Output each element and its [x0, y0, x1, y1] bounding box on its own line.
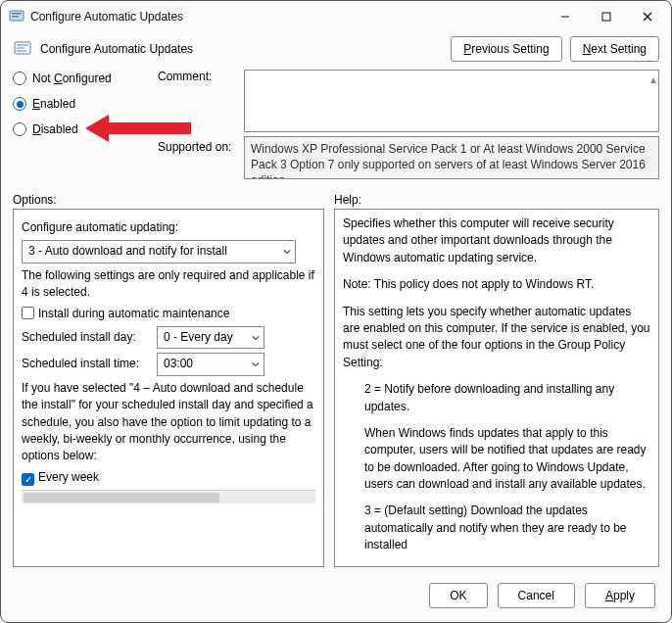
chevron-down-icon [283, 248, 291, 256]
svg-rect-2 [12, 16, 19, 18]
help-label: Help: [334, 193, 361, 207]
radio-icon [13, 72, 26, 85]
help-text: Specifies whether this computer will rec… [343, 216, 650, 266]
options-heading: Configure automatic updating: [22, 219, 315, 236]
help-text: Note: This policy does not apply to Wind… [343, 276, 650, 293]
install-day-label: Scheduled install day: [22, 329, 149, 346]
radio-disabled[interactable]: Disabled [13, 122, 150, 136]
radio-icon [13, 122, 26, 136]
install-day-dropdown[interactable]: 0 - Every day [157, 326, 264, 349]
close-button[interactable] [628, 3, 667, 30]
supported-on-text: Windows XP Professional Service Pack 1 o… [244, 136, 659, 179]
radio-enabled[interactable]: Enabled [13, 97, 150, 111]
policy-icon [13, 39, 32, 59]
comment-textarea[interactable]: ▴ [244, 70, 659, 132]
svg-rect-9 [17, 47, 24, 49]
install-maintenance-checkbox[interactable]: Install during automatic maintenance [22, 306, 315, 322]
chevron-down-icon [252, 334, 260, 342]
svg-rect-1 [12, 13, 22, 15]
help-text: When Windows finds updates that apply to… [343, 425, 650, 494]
checkbox-icon [22, 473, 34, 486]
help-text: 2 = Notify before downloading and instal… [343, 381, 650, 415]
window-title: Configure Automatic Updates [30, 10, 546, 24]
next-setting-button[interactable]: Next Setting [570, 36, 659, 62]
update-mode-value: 3 - Auto download and notify for install [28, 243, 227, 260]
svg-rect-4 [602, 13, 610, 21]
install-day-value: 0 - Every day [164, 329, 233, 346]
previous-setting-button[interactable]: Previous Setting [451, 36, 561, 62]
options-label: Options: [13, 193, 334, 207]
help-text: This setting lets you specify whether au… [343, 304, 650, 372]
radio-not-configured[interactable]: Not Configured [13, 72, 150, 85]
checkbox-icon [22, 307, 34, 319]
titlebar: Configure Automatic Updates [1, 1, 671, 32]
comment-label: Comment: [158, 70, 236, 83]
apply-button[interactable]: Apply [585, 583, 655, 608]
schedule-note: If you have selected "4 – Auto download … [22, 380, 315, 465]
radio-icon [13, 97, 26, 111]
help-text: Windows finds updates that apply to the … [343, 564, 650, 567]
chevron-down-icon [252, 360, 260, 368]
every-week-checkbox[interactable]: Every week [22, 469, 315, 487]
options-note: The following settings are only required… [22, 267, 315, 302]
ok-button[interactable]: OK [429, 583, 487, 608]
maximize-button[interactable] [587, 3, 626, 30]
policy-title: Configure Automatic Updates [40, 42, 443, 56]
install-time-label: Scheduled install time: [22, 356, 149, 372]
install-time-value: 03:00 [164, 356, 193, 372]
options-pane[interactable]: Configure automatic updating: 3 - Auto d… [13, 209, 324, 567]
horizontal-scrollbar[interactable] [22, 490, 315, 503]
svg-rect-10 [17, 50, 26, 52]
supported-on-label: Supported on: [158, 136, 236, 154]
scroll-up-icon: ▴ [650, 72, 656, 86]
minimize-button[interactable] [546, 3, 585, 30]
app-icon [9, 9, 24, 24]
cancel-button[interactable]: Cancel [498, 583, 575, 608]
help-text: 3 = (Default setting) Download the updat… [343, 503, 650, 553]
svg-rect-8 [17, 44, 28, 46]
help-pane[interactable]: Specifies whether this computer will rec… [334, 209, 659, 567]
update-mode-dropdown[interactable]: 3 - Auto download and notify for install [22, 240, 296, 263]
install-time-dropdown[interactable]: 03:00 [157, 353, 264, 375]
